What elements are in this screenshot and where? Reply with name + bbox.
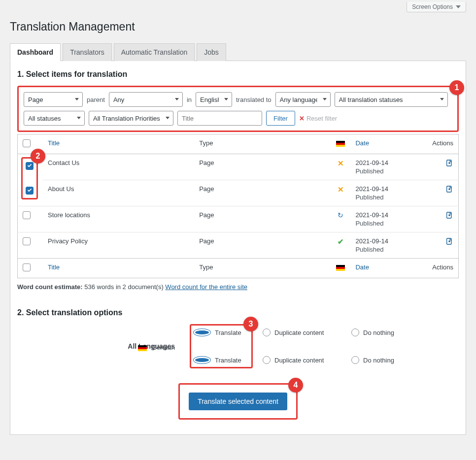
table-row: Privacy Policy Page ✔ 2021-09-14Publishe… bbox=[18, 232, 459, 259]
title-filter-input[interactable] bbox=[177, 111, 262, 126]
row-type: Page bbox=[194, 206, 331, 232]
callout-badge-3: 3 bbox=[243, 317, 258, 331]
row-checkbox[interactable] bbox=[26, 187, 34, 195]
status-complete-icon: ✔ bbox=[338, 237, 344, 246]
word-count-link[interactable]: Word count for the entire site bbox=[165, 283, 247, 291]
table-row: About Us Page ✕ 2021-09-14Published bbox=[18, 180, 459, 206]
german-label: German bbox=[152, 344, 175, 351]
radio-german-translate[interactable] bbox=[193, 356, 211, 364]
translation-status-select[interactable]: All translation statuses bbox=[335, 92, 448, 107]
radio-all-duplicate[interactable] bbox=[263, 329, 271, 336]
col-title[interactable]: Title bbox=[48, 139, 60, 147]
row-title: Privacy Policy bbox=[43, 232, 194, 259]
source-language-select[interactable]: English bbox=[196, 92, 232, 107]
filter-button[interactable]: Filter bbox=[266, 111, 295, 126]
parent-select[interactable]: Any bbox=[109, 92, 183, 107]
translate-action-icon[interactable] bbox=[445, 186, 453, 195]
row-type: Page bbox=[194, 154, 331, 180]
callout-badge-1: 1 bbox=[449, 80, 464, 95]
translate-action-icon[interactable] bbox=[445, 238, 453, 247]
status-update-icon: ↻ bbox=[338, 211, 343, 219]
col-type: Type bbox=[194, 134, 331, 154]
post-type-select[interactable]: Page bbox=[24, 92, 83, 107]
close-icon: ✕ bbox=[299, 115, 305, 122]
row-type: Page bbox=[194, 180, 331, 206]
german-flag-icon bbox=[336, 265, 345, 271]
callout-badge-2: 2 bbox=[31, 149, 45, 164]
priority-select[interactable]: All Translation Priorities bbox=[89, 111, 173, 126]
status-not-translated-icon: ✕ bbox=[338, 159, 344, 167]
section-1-title: 1. Select items for translation bbox=[17, 70, 459, 79]
table-row: 2 Contact Us Page ✕ 2021-09-14Published bbox=[18, 154, 459, 180]
radio-all-translate[interactable] bbox=[193, 329, 211, 336]
col-actions: Actions bbox=[419, 134, 459, 154]
col-date-foot[interactable]: Date bbox=[355, 263, 369, 271]
page-title: Translation Management bbox=[10, 20, 466, 33]
dashboard-panel: 1. Select items for translation 1 Page p… bbox=[10, 61, 466, 435]
status-not-translated-icon: ✕ bbox=[338, 185, 344, 194]
parent-label: parent bbox=[87, 96, 105, 103]
in-label: in bbox=[187, 96, 192, 103]
col-date[interactable]: Date bbox=[355, 139, 369, 147]
filter-box: 1 Page parent Any in English translated … bbox=[17, 86, 459, 132]
target-language-select[interactable]: Any language bbox=[275, 92, 331, 107]
content-table: Title Type Date Actions 2 Contact Us Pag… bbox=[17, 134, 459, 278]
col-title-foot[interactable]: Title bbox=[48, 263, 60, 271]
translated-to-label: translated to bbox=[236, 96, 272, 103]
screen-options-button[interactable]: Screen Options bbox=[407, 2, 466, 12]
row-checkbox[interactable] bbox=[23, 211, 31, 219]
row-title: Store locations bbox=[43, 206, 194, 232]
status-select[interactable]: All statuses bbox=[24, 111, 85, 126]
row-title: About Us bbox=[43, 180, 194, 206]
select-all-top[interactable] bbox=[23, 139, 31, 147]
word-count-estimate: Word count estimate: 536 words in 2 docu… bbox=[17, 283, 459, 291]
translate-action-icon[interactable] bbox=[445, 160, 453, 168]
tab-jobs[interactable]: Jobs bbox=[197, 43, 226, 61]
radio-all-nothing[interactable] bbox=[351, 329, 359, 336]
screen-options-label: Screen Options bbox=[412, 3, 453, 10]
row-title: Contact Us bbox=[43, 154, 194, 180]
tab-automatic-translation[interactable]: Automatic Translation bbox=[114, 43, 195, 61]
radio-german-nothing[interactable] bbox=[351, 356, 359, 364]
row-checkbox[interactable] bbox=[26, 162, 34, 170]
radio-german-duplicate[interactable] bbox=[263, 356, 271, 364]
german-flag-icon bbox=[138, 345, 147, 351]
row-checkbox[interactable] bbox=[23, 237, 31, 245]
german-flag-icon bbox=[336, 141, 345, 147]
section-2-title: 2. Select translation options bbox=[17, 308, 459, 317]
reset-filter-link[interactable]: ✕ Reset filter bbox=[299, 115, 337, 122]
translate-selected-button[interactable]: Translate selected content bbox=[189, 393, 287, 410]
tabs: Dashboard Translators Automatic Translat… bbox=[10, 43, 466, 61]
tab-dashboard[interactable]: Dashboard bbox=[10, 43, 61, 61]
tab-translators[interactable]: Translators bbox=[63, 43, 112, 61]
row-type: Page bbox=[194, 232, 331, 259]
chevron-down-icon bbox=[456, 5, 461, 8]
translate-action-icon[interactable] bbox=[445, 212, 453, 221]
table-row: Store locations Page ↻ 2021-09-14Publish… bbox=[18, 206, 459, 232]
select-all-bottom[interactable] bbox=[23, 263, 31, 271]
callout-badge-4: 4 bbox=[288, 378, 303, 393]
